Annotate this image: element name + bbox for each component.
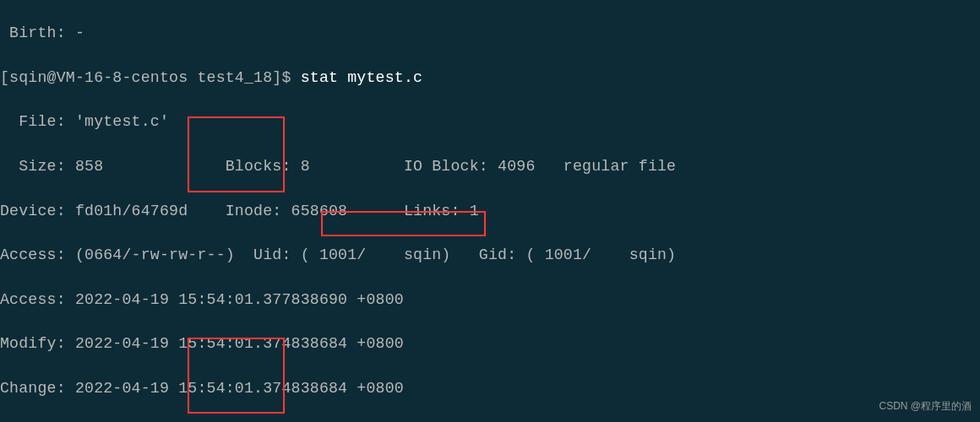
prompt-line-1: [sqin@VM-16-8-centos test4_18]$ stat myt… bbox=[0, 67, 980, 89]
stat-device-line: Device: fd01h/64769d Inode: 658608 Links… bbox=[0, 200, 980, 222]
csdn-watermark: CSDN @程序里的酒 bbox=[879, 395, 972, 417]
terminal-output[interactable]: Birth: - [sqin@VM-16-8-centos test4_18]$… bbox=[0, 0, 980, 422]
command-text: stat mytest.c bbox=[301, 69, 423, 86]
shell-prompt: [sqin@VM-16-8-centos test4_18]$ bbox=[0, 69, 301, 86]
stat-access-perm-line: Access: (0664/-rw-rw-r--) Uid: ( 1001/ s… bbox=[0, 244, 980, 266]
stat-birth-line: Birth: - bbox=[0, 22, 980, 44]
stat-size-line: Size: 858 Blocks: 8 IO Block: 4096 regul… bbox=[0, 155, 980, 177]
stat-change-time-line: Change: 2022-04-19 15:54:01.374838684 +0… bbox=[0, 377, 980, 399]
stat-modify-time-line: Modify: 2022-04-19 15:54:01.374838684 +0… bbox=[0, 333, 980, 354]
stat-access-time-line: Access: 2022-04-19 15:54:01.377838690 +0… bbox=[0, 289, 980, 311]
stat-file-line: File: 'mytest.c' bbox=[0, 111, 980, 133]
